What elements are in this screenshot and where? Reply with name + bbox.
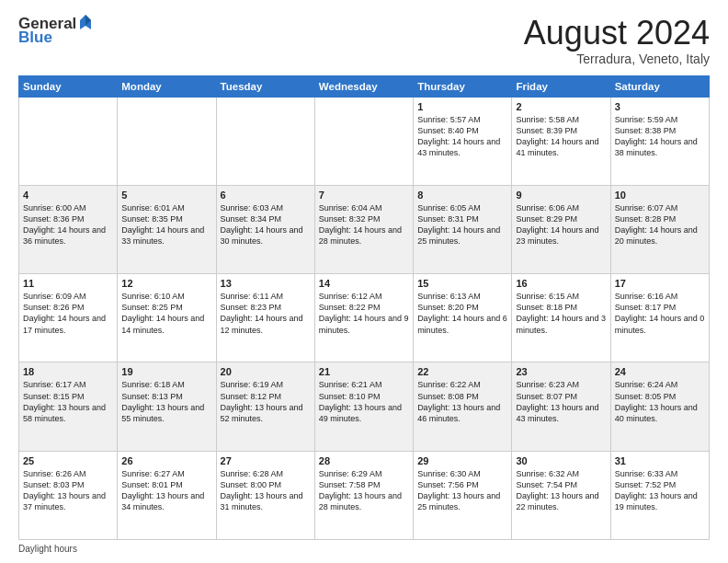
calendar-header-row: SundayMondayTuesdayWednesdayThursdayFrid… (19, 75, 710, 97)
day-number: 3 (615, 101, 705, 112)
logo-icon (78, 13, 93, 31)
calendar-week-row: 1Sunrise: 5:57 AM Sunset: 8:40 PM Daylig… (19, 97, 710, 185)
calendar-cell: 26Sunrise: 6:27 AM Sunset: 8:01 PM Dayli… (118, 451, 216, 539)
calendar-cell: 22Sunrise: 6:22 AM Sunset: 8:08 PM Dayli… (414, 362, 512, 451)
calendar-cell (314, 97, 413, 185)
day-info: Sunrise: 6:27 AM Sunset: 8:01 PM Dayligh… (121, 468, 211, 513)
day-number: 26 (121, 455, 211, 466)
calendar-cell: 24Sunrise: 6:24 AM Sunset: 8:05 PM Dayli… (610, 362, 709, 451)
day-info: Sunrise: 5:58 AM Sunset: 8:39 PM Dayligh… (516, 114, 606, 159)
day-number: 30 (516, 455, 606, 466)
day-info: Sunrise: 5:57 AM Sunset: 8:40 PM Dayligh… (417, 114, 507, 159)
day-number: 31 (615, 455, 705, 466)
day-info: Sunrise: 6:09 AM Sunset: 8:26 PM Dayligh… (23, 291, 113, 336)
day-info: Sunrise: 6:32 AM Sunset: 7:54 PM Dayligh… (516, 468, 606, 513)
calendar-cell: 3Sunrise: 5:59 AM Sunset: 8:38 PM Daylig… (610, 97, 709, 185)
day-info: Sunrise: 6:12 AM Sunset: 8:22 PM Dayligh… (319, 291, 409, 336)
day-info: Sunrise: 6:13 AM Sunset: 8:20 PM Dayligh… (417, 291, 507, 336)
calendar-cell: 14Sunrise: 6:12 AM Sunset: 8:22 PM Dayli… (314, 274, 413, 362)
day-of-week-header: Wednesday (314, 75, 413, 97)
calendar-cell: 10Sunrise: 6:07 AM Sunset: 8:28 PM Dayli… (610, 185, 709, 273)
calendar-cell: 19Sunrise: 6:18 AM Sunset: 8:13 PM Dayli… (118, 362, 216, 451)
calendar-cell: 27Sunrise: 6:28 AM Sunset: 8:00 PM Dayli… (216, 451, 314, 539)
daylight-label: Daylight hours (18, 544, 77, 554)
day-of-week-header: Tuesday (216, 75, 314, 97)
day-of-week-header: Friday (512, 75, 610, 97)
day-number: 1 (417, 101, 507, 112)
day-number: 4 (23, 190, 113, 201)
day-number: 22 (417, 366, 507, 377)
day-info: Sunrise: 6:03 AM Sunset: 8:34 PM Dayligh… (221, 202, 311, 247)
calendar-cell (216, 97, 314, 185)
day-number: 7 (319, 190, 409, 201)
day-info: Sunrise: 6:05 AM Sunset: 8:31 PM Dayligh… (417, 202, 507, 247)
calendar-cell: 6Sunrise: 6:03 AM Sunset: 8:34 PM Daylig… (216, 185, 314, 273)
day-number: 25 (23, 455, 113, 466)
calendar-cell: 20Sunrise: 6:19 AM Sunset: 8:12 PM Dayli… (216, 362, 314, 451)
day-info: Sunrise: 6:29 AM Sunset: 7:58 PM Dayligh… (319, 468, 409, 513)
header-right: August 2024 Terradura, Veneto, Italy (524, 15, 710, 66)
calendar-cell: 21Sunrise: 6:21 AM Sunset: 8:10 PM Dayli… (314, 362, 413, 451)
day-info: Sunrise: 6:18 AM Sunset: 8:13 PM Dayligh… (121, 379, 211, 424)
day-number: 18 (23, 366, 113, 377)
day-number: 9 (516, 190, 606, 201)
day-of-week-header: Monday (118, 75, 216, 97)
day-info: Sunrise: 6:15 AM Sunset: 8:18 PM Dayligh… (516, 291, 606, 336)
calendar-cell: 18Sunrise: 6:17 AM Sunset: 8:15 PM Dayli… (19, 362, 118, 451)
day-info: Sunrise: 6:10 AM Sunset: 8:25 PM Dayligh… (121, 291, 211, 336)
calendar-cell (118, 97, 216, 185)
calendar-cell: 12Sunrise: 6:10 AM Sunset: 8:25 PM Dayli… (118, 274, 216, 362)
calendar-table: SundayMondayTuesdayWednesdayThursdayFrid… (18, 75, 710, 540)
day-number: 20 (221, 366, 311, 377)
day-info: Sunrise: 6:16 AM Sunset: 8:17 PM Dayligh… (615, 291, 705, 336)
day-number: 13 (221, 278, 311, 289)
calendar-week-row: 4Sunrise: 6:00 AM Sunset: 8:36 PM Daylig… (19, 185, 710, 273)
day-info: Sunrise: 6:04 AM Sunset: 8:32 PM Dayligh… (319, 202, 409, 247)
day-of-week-header: Thursday (414, 75, 512, 97)
logo: General Blue (18, 15, 93, 45)
day-number: 28 (319, 455, 409, 466)
day-of-week-header: Sunday (19, 75, 118, 97)
day-info: Sunrise: 6:17 AM Sunset: 8:15 PM Dayligh… (23, 379, 113, 424)
day-number: 21 (319, 366, 409, 377)
day-info: Sunrise: 6:22 AM Sunset: 8:08 PM Dayligh… (417, 379, 507, 424)
calendar-week-row: 25Sunrise: 6:26 AM Sunset: 8:03 PM Dayli… (19, 451, 710, 539)
calendar-cell: 23Sunrise: 6:23 AM Sunset: 8:07 PM Dayli… (512, 362, 610, 451)
day-info: Sunrise: 6:21 AM Sunset: 8:10 PM Dayligh… (319, 379, 409, 424)
calendar-cell (19, 97, 118, 185)
calendar-cell: 8Sunrise: 6:05 AM Sunset: 8:31 PM Daylig… (414, 185, 512, 273)
day-info: Sunrise: 6:01 AM Sunset: 8:35 PM Dayligh… (121, 202, 211, 247)
page: General Blue August 2024 Terradura, Vene… (0, 0, 728, 563)
calendar-cell: 30Sunrise: 6:32 AM Sunset: 7:54 PM Dayli… (512, 451, 610, 539)
logo-blue: Blue (18, 29, 93, 45)
day-of-week-header: Saturday (610, 75, 709, 97)
calendar-cell: 25Sunrise: 6:26 AM Sunset: 8:03 PM Dayli… (19, 451, 118, 539)
calendar-cell: 28Sunrise: 6:29 AM Sunset: 7:58 PM Dayli… (314, 451, 413, 539)
day-number: 8 (417, 190, 507, 201)
day-number: 24 (615, 366, 705, 377)
calendar-cell: 16Sunrise: 6:15 AM Sunset: 8:18 PM Dayli… (512, 274, 610, 362)
day-number: 15 (417, 278, 507, 289)
day-number: 6 (221, 190, 311, 201)
calendar-cell: 4Sunrise: 6:00 AM Sunset: 8:36 PM Daylig… (19, 185, 118, 273)
day-info: Sunrise: 6:19 AM Sunset: 8:12 PM Dayligh… (221, 379, 311, 424)
location: Terradura, Veneto, Italy (524, 52, 710, 66)
month-year: August 2024 (524, 15, 710, 52)
day-number: 29 (417, 455, 507, 466)
day-number: 12 (121, 278, 211, 289)
day-number: 14 (319, 278, 409, 289)
calendar-week-row: 11Sunrise: 6:09 AM Sunset: 8:26 PM Dayli… (19, 274, 710, 362)
day-number: 23 (516, 366, 606, 377)
calendar-cell: 2Sunrise: 5:58 AM Sunset: 8:39 PM Daylig… (512, 97, 610, 185)
day-info: Sunrise: 6:28 AM Sunset: 8:00 PM Dayligh… (221, 468, 311, 513)
calendar-cell: 11Sunrise: 6:09 AM Sunset: 8:26 PM Dayli… (19, 274, 118, 362)
day-info: Sunrise: 6:07 AM Sunset: 8:28 PM Dayligh… (615, 202, 705, 247)
calendar-cell: 7Sunrise: 6:04 AM Sunset: 8:32 PM Daylig… (314, 185, 413, 273)
header: General Blue August 2024 Terradura, Vene… (18, 15, 710, 66)
day-info: Sunrise: 6:33 AM Sunset: 7:52 PM Dayligh… (615, 468, 705, 513)
calendar-cell: 31Sunrise: 6:33 AM Sunset: 7:52 PM Dayli… (610, 451, 709, 539)
day-number: 27 (221, 455, 311, 466)
day-info: Sunrise: 6:23 AM Sunset: 8:07 PM Dayligh… (516, 379, 606, 424)
day-info: Sunrise: 6:11 AM Sunset: 8:23 PM Dayligh… (221, 291, 311, 336)
calendar-cell: 15Sunrise: 6:13 AM Sunset: 8:20 PM Dayli… (414, 274, 512, 362)
